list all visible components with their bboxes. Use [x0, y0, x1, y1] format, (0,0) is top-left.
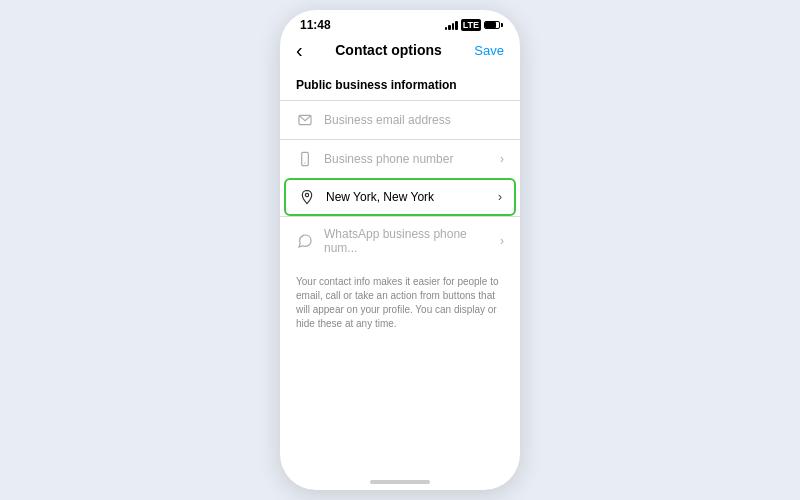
email-field-row[interactable]: Business email address — [280, 100, 520, 139]
status-icons: LTE — [445, 19, 500, 31]
location-icon — [298, 188, 316, 206]
nav-bar: ‹ Contact options Save — [280, 36, 520, 66]
whatsapp-field-row[interactable]: WhatsApp business phone num... › — [280, 216, 520, 265]
save-button[interactable]: Save — [474, 43, 504, 58]
phone-placeholder: Business phone number — [324, 152, 490, 166]
status-bar: 11:48 LTE — [280, 10, 520, 36]
whatsapp-chevron: › — [500, 234, 504, 248]
location-value: New York, New York — [326, 190, 488, 204]
phone-icon — [296, 150, 314, 168]
page-title: Contact options — [335, 42, 442, 58]
svg-rect-1 — [302, 152, 309, 165]
phone-chevron: › — [500, 152, 504, 166]
battery-icon — [484, 21, 500, 29]
phone-field-row[interactable]: Business phone number › — [280, 139, 520, 178]
home-indicator — [280, 474, 520, 490]
description-text: Your contact info makes it easier for pe… — [280, 265, 520, 341]
phone-frame: 11:48 LTE ‹ Contact options Save Public … — [280, 10, 520, 490]
content-area: Public business information Business ema… — [280, 66, 520, 474]
section-title: Public business information — [280, 74, 520, 100]
lte-badge: LTE — [461, 19, 481, 31]
svg-point-3 — [305, 193, 308, 196]
email-placeholder: Business email address — [324, 113, 504, 127]
home-bar — [370, 480, 430, 484]
status-time: 11:48 — [300, 18, 331, 32]
whatsapp-icon — [296, 232, 314, 250]
location-chevron: › — [498, 190, 502, 204]
email-icon — [296, 111, 314, 129]
location-field-row[interactable]: New York, New York › — [284, 178, 516, 216]
whatsapp-placeholder: WhatsApp business phone num... — [324, 227, 490, 255]
signal-icon — [445, 20, 458, 30]
back-button[interactable]: ‹ — [296, 40, 303, 60]
